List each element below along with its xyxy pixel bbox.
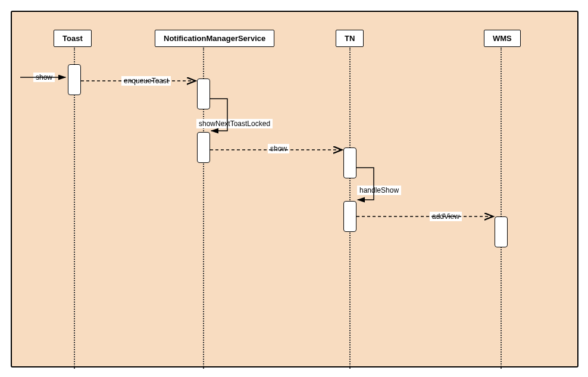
msg-show-2-label: show bbox=[268, 144, 289, 153]
activation-wms-1 bbox=[495, 216, 508, 247]
activation-nms-2 bbox=[197, 132, 210, 163]
participant-wms: WMS bbox=[484, 30, 521, 47]
participant-toast: Toast bbox=[54, 30, 92, 47]
diagram-canvas: Toast NotificationManagerService TN WMS … bbox=[0, 0, 588, 377]
activation-nms-1 bbox=[197, 78, 210, 109]
participant-nms: NotificationManagerService bbox=[155, 30, 274, 47]
participant-label: TN bbox=[345, 34, 355, 43]
participant-label: WMS bbox=[493, 34, 512, 43]
activation-tn-1 bbox=[343, 147, 356, 178]
msg-handleshow-label: handleShow bbox=[357, 186, 401, 195]
msg-show-1-label: show bbox=[33, 73, 55, 82]
lifeline-wms bbox=[501, 48, 502, 369]
msg-addview-label: addView bbox=[430, 212, 462, 221]
participant-tn: TN bbox=[336, 30, 364, 47]
arrows-overlay bbox=[12, 12, 577, 366]
msg-enqueue-label: enqueueToast bbox=[121, 76, 171, 86]
participant-label: Toast bbox=[62, 34, 83, 43]
diagram-frame: Toast NotificationManagerService TN WMS … bbox=[11, 11, 578, 367]
activation-tn-2 bbox=[343, 201, 356, 232]
activation-toast-1 bbox=[68, 64, 81, 95]
participant-label: NotificationManagerService bbox=[164, 34, 265, 43]
msg-shownext-label: showNextToastLocked bbox=[196, 119, 273, 128]
lifeline-toast bbox=[74, 48, 75, 369]
